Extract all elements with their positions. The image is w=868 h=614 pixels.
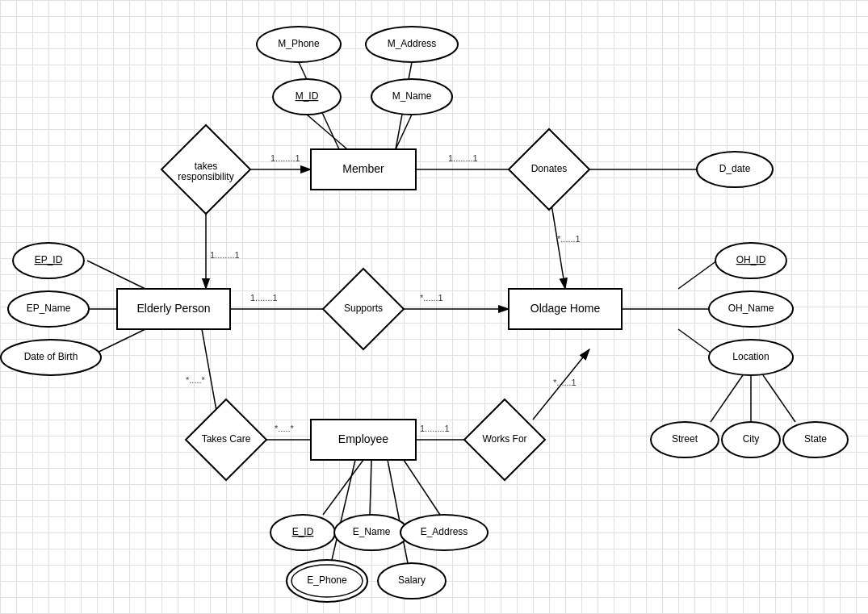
attr-location: Location <box>709 340 793 375</box>
attr-street-label: Street <box>672 433 698 445</box>
attr-dob-label: Date of Birth <box>24 351 78 362</box>
attr-mname-label: M_Name <box>392 90 432 102</box>
attr-ep-name: EP_Name <box>8 291 89 327</box>
rel-donates: Donates <box>509 129 589 210</box>
attr-mphone-label: M_Phone <box>278 38 320 49</box>
line-ename-employee <box>370 460 371 515</box>
entity-employee: Employee <box>311 420 416 460</box>
card-supports-oldage: *......1 <box>420 293 443 303</box>
entity-employee-label: Employee <box>338 432 388 445</box>
line-eid-employee <box>323 460 363 515</box>
entity-member-label: Member <box>342 162 384 175</box>
attr-m-address: M_Address <box>366 27 458 62</box>
entity-oldage-label: Oldage Home <box>530 302 601 315</box>
card-donates-oldage: *......1 <box>557 234 581 244</box>
attr-salary: Salary <box>378 563 446 599</box>
attr-oh-id: OH_ID <box>715 243 786 278</box>
er-diagram-svg: 1........1 1........1 1........1 *......… <box>0 0 868 614</box>
attr-epid-label: EP_ID <box>35 254 63 265</box>
rel-donates-label: Donates <box>531 163 568 174</box>
line-mid-member <box>307 115 347 149</box>
attr-date-of-birth: Date of Birth <box>1 340 101 375</box>
card-elderly-supports: 1.......1 <box>250 293 278 303</box>
card-worksfor-oldage: *......1 <box>553 378 577 387</box>
attr-m-id: M_ID <box>273 79 341 115</box>
attr-state-label: State <box>804 433 827 445</box>
attr-salary-label: Salary <box>398 574 426 586</box>
attr-mid-label: M_ID <box>296 90 319 102</box>
rel-supports-label: Supports <box>344 303 383 314</box>
attr-city: City <box>722 422 780 457</box>
attr-e-phone: E_Phone <box>287 560 367 602</box>
attr-e-name: E_Name <box>334 515 409 550</box>
attr-location-label: Location <box>732 351 769 362</box>
attr-m-phone: M_Phone <box>257 27 341 62</box>
card-employee-worksfor: 1........1 <box>420 424 450 433</box>
er-diagram-canvas: 1........1 1........1 1........1 *......… <box>0 0 868 614</box>
line-location-state <box>763 375 795 422</box>
card-takescare-employee: *.....* <box>275 424 295 433</box>
entity-member: Member <box>311 149 416 190</box>
rel-takesresp-label: takes <box>195 161 218 172</box>
card-member-donates: 1........1 <box>448 153 478 163</box>
rel-takesresp-label2: responsibility <box>178 171 233 182</box>
rel-takes-responsibility: takes responsibility <box>161 125 250 214</box>
rel-takescare-label: Takes Care <box>202 433 251 445</box>
attr-ephone-label: E_Phone <box>307 574 347 586</box>
attr-eaddress-label: E_Address <box>421 526 468 537</box>
attr-eid-label: E_ID <box>292 526 314 537</box>
line-location-street <box>711 375 743 422</box>
attr-m-name: M_Name <box>371 79 452 115</box>
attr-ename-label: E_Name <box>353 526 391 537</box>
line-eaddress-employee <box>404 460 440 515</box>
attr-e-address: E_Address <box>400 515 488 550</box>
line-ohid-oldage <box>678 261 717 289</box>
attr-street: Street <box>651 422 719 457</box>
attr-e-id: E_ID <box>270 515 335 550</box>
attr-ohname-label: OH_Name <box>728 303 774 314</box>
attr-ep-id: EP_ID <box>13 243 84 278</box>
attr-maddress-label: M_Address <box>388 38 437 49</box>
line-elderly-takescare <box>202 329 218 420</box>
attr-d-date: D_date <box>697 152 773 187</box>
card-elderly-takescare: *.....* <box>186 375 206 385</box>
rel-takes-care: Takes Care <box>186 399 266 480</box>
entity-oldage: Oldage Home <box>509 289 622 329</box>
attr-ddate-label: D_date <box>719 163 751 174</box>
rel-supports: Supports <box>323 269 404 349</box>
line-epid-elderly <box>87 261 145 289</box>
rel-works-for: Works For <box>464 399 545 480</box>
attr-state: State <box>783 422 848 457</box>
card-takesresp-member: 1........1 <box>270 153 300 163</box>
attr-city-label: City <box>743 433 760 445</box>
attr-ohid-label: OH_ID <box>736 254 766 265</box>
entity-elderly-label: Elderly Person <box>136 302 210 315</box>
attr-epname-label: EP_Name <box>27 303 71 314</box>
card-takesresp-elderly: 1........1 <box>210 250 240 260</box>
attr-oh-name: OH_Name <box>709 291 793 327</box>
rel-worksfor-label: Works For <box>482 433 526 445</box>
line-mname-member <box>396 115 412 149</box>
entity-elderly: Elderly Person <box>117 289 230 329</box>
